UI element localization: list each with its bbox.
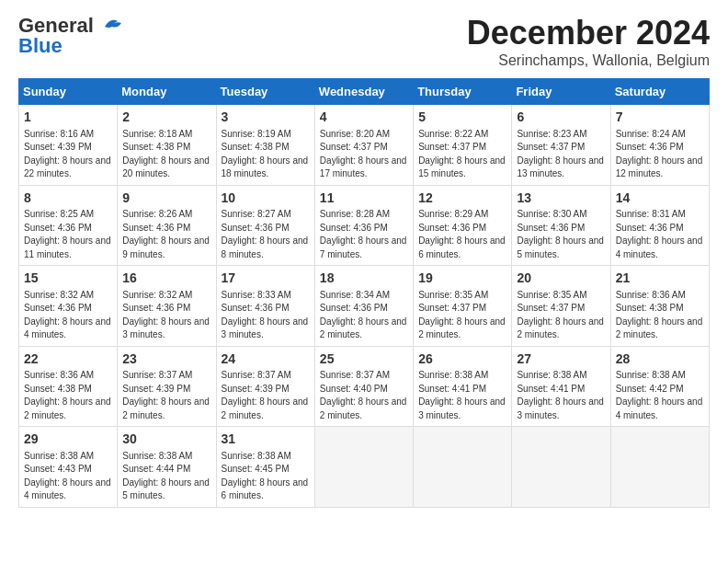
table-row: 6Sunrise: 8:23 AMSunset: 4:37 PMDaylight… [512,105,610,186]
table-row: 19Sunrise: 8:35 AMSunset: 4:37 PMDayligh… [414,266,512,347]
month-title: December 2024 [467,14,710,52]
table-row: 5Sunrise: 8:22 AMSunset: 4:37 PMDaylight… [414,105,512,186]
table-row: 27Sunrise: 8:38 AMSunset: 4:41 PMDayligh… [512,346,610,427]
table-row: 11Sunrise: 8:28 AMSunset: 4:36 PMDayligh… [314,185,413,266]
day-info: Sunrise: 8:37 AMSunset: 4:39 PMDaylight:… [222,369,310,422]
table-row: 18Sunrise: 8:34 AMSunset: 4:36 PMDayligh… [314,266,413,347]
day-info: Sunrise: 8:33 AMSunset: 4:36 PMDaylight:… [222,289,310,342]
day-number: 28 [616,350,704,369]
day-info: Sunrise: 8:31 AMSunset: 4:36 PMDaylight:… [616,208,704,261]
calendar: Sunday Monday Tuesday Wednesday Thursday… [18,78,710,508]
table-row: 9Sunrise: 8:26 AMSunset: 4:36 PMDaylight… [118,185,216,266]
table-row [414,427,512,508]
logo-blue: Blue [18,34,63,58]
table-row: 10Sunrise: 8:27 AMSunset: 4:36 PMDayligh… [216,185,314,266]
logo: General Blue [18,14,125,58]
table-row: 26Sunrise: 8:38 AMSunset: 4:41 PMDayligh… [414,346,512,427]
table-row: 30Sunrise: 8:38 AMSunset: 4:44 PMDayligh… [118,427,216,508]
day-info: Sunrise: 8:38 AMSunset: 4:45 PMDaylight:… [222,450,310,503]
day-info: Sunrise: 8:38 AMSunset: 4:42 PMDaylight:… [616,369,704,422]
page: General Blue December 2024 Serinchamps, … [0,0,728,563]
calendar-week-row: 22Sunrise: 8:36 AMSunset: 4:38 PMDayligh… [19,346,710,427]
day-number: 25 [320,350,408,369]
day-number: 15 [24,270,112,288]
day-info: Sunrise: 8:16 AMSunset: 4:39 PMDaylight:… [24,128,112,181]
day-number: 1 [24,109,112,127]
day-info: Sunrise: 8:32 AMSunset: 4:36 PMDaylight:… [122,289,210,342]
day-info: Sunrise: 8:30 AMSunset: 4:36 PMDaylight:… [517,208,605,261]
day-number: 21 [616,270,704,288]
day-number: 20 [517,270,605,288]
day-header-row: Sunday Monday Tuesday Wednesday Thursday… [19,79,710,105]
day-number: 14 [616,190,704,208]
table-row: 28Sunrise: 8:38 AMSunset: 4:42 PMDayligh… [610,346,709,427]
day-number: 12 [418,190,506,208]
table-row: 15Sunrise: 8:32 AMSunset: 4:36 PMDayligh… [19,266,118,347]
day-info: Sunrise: 8:27 AMSunset: 4:36 PMDaylight:… [222,208,310,261]
day-number: 29 [24,431,112,449]
table-row: 23Sunrise: 8:37 AMSunset: 4:39 PMDayligh… [118,346,216,427]
day-info: Sunrise: 8:38 AMSunset: 4:43 PMDaylight:… [24,450,112,503]
day-info: Sunrise: 8:25 AMSunset: 4:36 PMDaylight:… [24,208,112,261]
calendar-week-row: 1Sunrise: 8:16 AMSunset: 4:39 PMDaylight… [19,105,710,186]
day-number: 5 [418,109,506,127]
col-tuesday: Tuesday [216,79,314,105]
day-number: 13 [517,190,605,208]
table-row: 31Sunrise: 8:38 AMSunset: 4:45 PMDayligh… [216,427,314,508]
day-info: Sunrise: 8:34 AMSunset: 4:36 PMDaylight:… [320,289,408,342]
day-info: Sunrise: 8:29 AMSunset: 4:36 PMDaylight:… [418,208,506,261]
table-row: 25Sunrise: 8:37 AMSunset: 4:40 PMDayligh… [314,346,413,427]
col-wednesday: Wednesday [314,79,413,105]
table-row [314,427,413,508]
day-info: Sunrise: 8:37 AMSunset: 4:39 PMDaylight:… [122,369,210,422]
table-row: 4Sunrise: 8:20 AMSunset: 4:37 PMDaylight… [314,105,413,186]
day-number: 19 [418,270,506,288]
day-number: 9 [122,190,210,208]
day-info: Sunrise: 8:35 AMSunset: 4:37 PMDaylight:… [517,289,605,342]
calendar-week-row: 15Sunrise: 8:32 AMSunset: 4:36 PMDayligh… [19,266,710,347]
table-row: 1Sunrise: 8:16 AMSunset: 4:39 PMDaylight… [19,105,118,186]
table-row: 20Sunrise: 8:35 AMSunset: 4:37 PMDayligh… [512,266,610,347]
table-row: 3Sunrise: 8:19 AMSunset: 4:38 PMDaylight… [216,105,314,186]
col-friday: Friday [512,79,610,105]
location-subtitle: Serinchamps, Wallonia, Belgium [467,52,710,69]
table-row: 13Sunrise: 8:30 AMSunset: 4:36 PMDayligh… [512,185,610,266]
table-row: 14Sunrise: 8:31 AMSunset: 4:36 PMDayligh… [610,185,709,266]
title-area: December 2024 Serinchamps, Wallonia, Bel… [467,14,710,69]
header: General Blue December 2024 Serinchamps, … [18,14,710,69]
day-info: Sunrise: 8:38 AMSunset: 4:41 PMDaylight:… [418,369,506,422]
day-number: 27 [517,350,605,369]
table-row: 7Sunrise: 8:24 AMSunset: 4:36 PMDaylight… [610,105,709,186]
day-number: 7 [616,109,704,127]
day-number: 6 [517,109,605,127]
day-number: 11 [320,190,408,208]
day-number: 22 [24,350,112,369]
day-info: Sunrise: 8:23 AMSunset: 4:37 PMDaylight:… [517,128,605,181]
day-number: 10 [222,190,310,208]
col-thursday: Thursday [414,79,512,105]
day-info: Sunrise: 8:36 AMSunset: 4:38 PMDaylight:… [616,289,704,342]
table-row: 29Sunrise: 8:38 AMSunset: 4:43 PMDayligh… [19,427,118,508]
day-info: Sunrise: 8:20 AMSunset: 4:37 PMDaylight:… [320,128,408,181]
day-number: 3 [222,109,310,127]
col-monday: Monday [118,79,216,105]
table-row [610,427,709,508]
table-row [512,427,610,508]
day-info: Sunrise: 8:37 AMSunset: 4:40 PMDaylight:… [320,369,408,422]
day-info: Sunrise: 8:24 AMSunset: 4:36 PMDaylight:… [616,128,704,181]
calendar-week-row: 8Sunrise: 8:25 AMSunset: 4:36 PMDaylight… [19,185,710,266]
day-number: 23 [122,350,210,369]
day-info: Sunrise: 8:28 AMSunset: 4:36 PMDaylight:… [320,208,408,261]
table-row: 22Sunrise: 8:36 AMSunset: 4:38 PMDayligh… [19,346,118,427]
table-row: 17Sunrise: 8:33 AMSunset: 4:36 PMDayligh… [216,266,314,347]
table-row: 8Sunrise: 8:25 AMSunset: 4:36 PMDaylight… [19,185,118,266]
day-info: Sunrise: 8:36 AMSunset: 4:38 PMDaylight:… [24,369,112,422]
day-number: 18 [320,270,408,288]
table-row: 12Sunrise: 8:29 AMSunset: 4:36 PMDayligh… [414,185,512,266]
day-info: Sunrise: 8:38 AMSunset: 4:41 PMDaylight:… [517,369,605,422]
day-info: Sunrise: 8:38 AMSunset: 4:44 PMDaylight:… [122,450,210,503]
table-row: 16Sunrise: 8:32 AMSunset: 4:36 PMDayligh… [118,266,216,347]
calendar-body: 1Sunrise: 8:16 AMSunset: 4:39 PMDaylight… [19,105,710,508]
day-info: Sunrise: 8:19 AMSunset: 4:38 PMDaylight:… [222,128,310,181]
day-number: 16 [122,270,210,288]
